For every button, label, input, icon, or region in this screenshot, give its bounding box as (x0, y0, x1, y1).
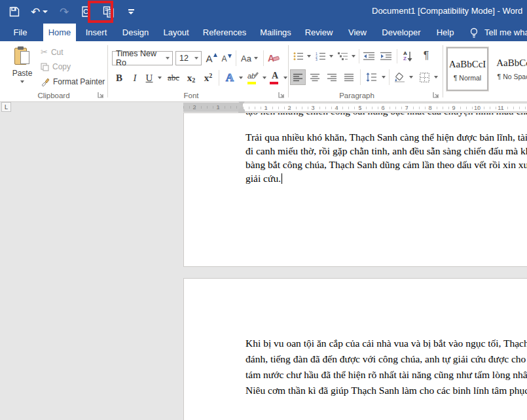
first-line-indent-marker[interactable] (238, 101, 245, 106)
tab-file[interactable]: File (7, 24, 34, 41)
clipped-text-line[interactable]: tạo nên những chiến công oai hùng bậc nh… (245, 113, 527, 123)
horizontal-ruler[interactable]: 1 2 3 4 5 6 7 8 9 10 11 (242, 103, 527, 112)
style-no-spacing[interactable]: AaBbCc ¶ No Spac (492, 47, 527, 91)
text-line[interactable]: đi canh miếu thờ, rồi gặp chằn tinh, anh… (245, 145, 527, 157)
style-normal[interactable]: AaBbCcI ¶ Normal (446, 47, 488, 91)
quick-access-toolbar: ↶ ↷ (7, 0, 139, 24)
grow-font-button[interactable]: A (204, 50, 219, 66)
borders-dropdown-button[interactable] (432, 69, 439, 85)
highlight-color-bar (247, 82, 256, 84)
align-right-button[interactable] (324, 69, 340, 85)
group-separator (107, 45, 108, 97)
tell-me-box[interactable]: Tell me wha (484, 24, 527, 41)
change-case-button[interactable]: Aa (238, 50, 261, 66)
font-dialog-launcher-icon[interactable] (278, 91, 285, 99)
borders-icon (420, 73, 429, 82)
tab-view[interactable]: View (344, 24, 371, 41)
text-effects-button[interactable]: A (223, 70, 237, 86)
document-page-2[interactable]: Khi bị vu oan tội ăn cắp của cải nhà vua… (183, 278, 527, 420)
align-center-button[interactable] (307, 69, 323, 85)
highlight-dropdown-button[interactable] (261, 70, 268, 86)
text-effects-dropdown-button[interactable] (237, 70, 245, 86)
document-page-1[interactable]: tạo nên những chiến công oai hùng bậc nh… (183, 113, 527, 267)
decrease-indent-button[interactable] (361, 49, 377, 63)
underline-button[interactable]: U (143, 70, 156, 86)
paste-button[interactable]: Paste (7, 43, 38, 92)
subscript-button[interactable]: x2 (183, 70, 199, 86)
font-name-dropdown-icon[interactable] (166, 57, 170, 60)
font-size-dropdown-icon[interactable] (194, 57, 198, 60)
print-preview-icon (81, 6, 92, 18)
undo-dropdown-arrow-icon[interactable] (43, 10, 48, 13)
multilevel-list-button[interactable] (336, 49, 350, 63)
svg-text:3: 3 (316, 58, 318, 61)
style-no-spacing-preview: AaBbCc (492, 58, 527, 69)
text-line[interactable]: đánh, tiếng đàn đã đến được với công chú… (245, 353, 527, 365)
multilevel-dropdown-button[interactable] (350, 49, 357, 63)
highlighted-qat-button[interactable] (101, 3, 117, 20)
sort-button[interactable]: AZ (399, 49, 416, 63)
font-name-combobox[interactable]: Times New Ro (112, 51, 173, 65)
justify-button[interactable] (341, 69, 357, 85)
borders-button[interactable] (416, 69, 432, 85)
ruler-number: 3 (311, 105, 314, 111)
lightbulb-icon[interactable] (469, 27, 479, 39)
bullets-button[interactable] (292, 49, 305, 63)
print-preview-button[interactable] (79, 3, 94, 20)
align-left-button[interactable] (290, 69, 306, 85)
text-line[interactable]: tám nước chư hầu đã thể hiện rõ nhất tài… (245, 369, 527, 381)
font-color-button[interactable]: A (268, 70, 282, 86)
highlight-button[interactable]: ab (246, 70, 261, 86)
tab-review[interactable]: Review (302, 24, 335, 41)
line-spacing-dropdown-button[interactable] (380, 69, 387, 85)
text-line[interactable]: Niêu cơm thần kì đã giúp Thạch Sanh làm … (245, 385, 527, 396)
shading-dropdown-button[interactable] (407, 69, 414, 85)
highlight-pen-icon (253, 71, 259, 77)
save-icon[interactable] (7, 3, 22, 20)
tab-design[interactable]: Design (119, 24, 152, 41)
customize-qat-button[interactable] (123, 3, 139, 20)
undo-button[interactable]: ↶ (29, 3, 50, 20)
show-hide-formatting-button[interactable]: ¶ (419, 48, 433, 63)
horizontal-ruler-margin[interactable]: 2 1 (183, 103, 242, 112)
tab-selector-button[interactable]: L (1, 102, 11, 112)
font-color-bar (270, 82, 278, 84)
shading-button[interactable] (391, 69, 407, 85)
ruler-number: 9 (452, 105, 455, 111)
increase-indent-button[interactable] (378, 49, 394, 63)
paste-dropdown-arrow-icon[interactable] (20, 80, 24, 83)
paragraph-dialog-launcher-icon[interactable] (432, 91, 440, 99)
text-line[interactable]: bàng bắt công chúa, Thạch Sanh dũng cảm … (245, 159, 527, 171)
text-line[interactable]: giải cứu. (245, 173, 282, 184)
text-line[interactable]: Khi bị vu oan tội ăn cắp của cải nhà vua… (245, 338, 527, 349)
bold-label: B (116, 73, 122, 84)
text-line[interactable]: Trải qua nhiều khó khăn, Thạch Sanh càng… (245, 131, 527, 143)
style-normal-preview: AaBbCcI (448, 59, 487, 70)
strikethrough-button[interactable]: abc (165, 70, 182, 86)
italic-button[interactable]: I (128, 70, 141, 86)
superscript-button[interactable]: x2 (200, 70, 216, 86)
line-spacing-arrow-icon (382, 76, 386, 79)
tab-help[interactable]: Help (432, 24, 458, 41)
line-spacing-button[interactable] (363, 69, 380, 85)
shrink-font-button[interactable]: A (220, 52, 233, 66)
tab-references[interactable]: References (202, 24, 247, 41)
format-painter-button[interactable]: Format Painter (41, 77, 105, 86)
tab-layout[interactable]: Layout (160, 24, 192, 41)
numbering-button[interactable]: 123 (314, 49, 327, 63)
bullets-dropdown-button[interactable] (305, 49, 312, 63)
superscript-script: 2 (209, 72, 212, 79)
font-size-combobox[interactable]: 12 (175, 51, 202, 65)
underline-dropdown-button[interactable] (156, 70, 164, 86)
tab-developer[interactable]: Developer (378, 24, 424, 41)
tab-insert[interactable]: Insert (81, 24, 111, 41)
tab-home[interactable]: Home (43, 24, 76, 41)
borders-arrow-icon (434, 76, 438, 79)
grow-font-arrow-icon (213, 53, 217, 57)
clipboard-dialog-launcher-icon[interactable] (97, 91, 105, 99)
bold-button[interactable]: B (113, 70, 126, 86)
clear-formatting-button[interactable]: A (266, 50, 282, 66)
numbering-dropdown-button[interactable] (327, 49, 335, 63)
customize-qat-arrow-icon (128, 12, 134, 14)
tab-mailings[interactable]: Mailings (257, 24, 295, 41)
